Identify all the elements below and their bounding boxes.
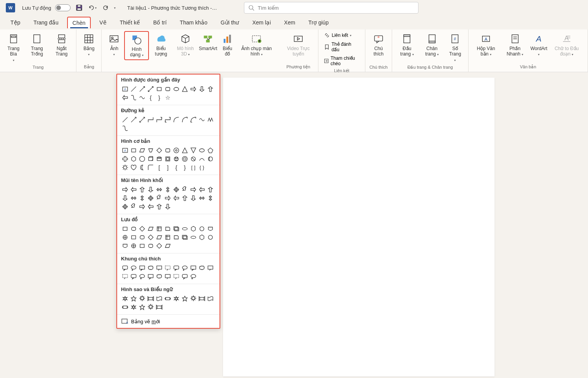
header-button[interactable]: Đầu trang ▾ <box>395 31 419 59</box>
shape-item[interactable] <box>121 94 129 102</box>
shape-item[interactable] <box>164 186 172 194</box>
shape-item[interactable] <box>206 116 214 124</box>
shape-item[interactable] <box>155 155 163 163</box>
tab-references[interactable]: Tham khảo <box>175 17 212 28</box>
shape-item[interactable] <box>138 186 146 194</box>
shape-item[interactable] <box>198 146 206 154</box>
shape-item[interactable] <box>138 272 146 281</box>
search-box[interactable] <box>244 2 419 14</box>
shape-item[interactable] <box>206 85 214 93</box>
shape-item[interactable] <box>172 186 180 194</box>
tab-review[interactable]: Xem lại <box>247 17 275 28</box>
shape-item[interactable] <box>181 186 189 194</box>
shape-item[interactable] <box>138 225 146 233</box>
shape-item[interactable] <box>121 242 129 250</box>
shape-item[interactable] <box>147 194 155 202</box>
shape-item[interactable] <box>172 194 180 202</box>
shape-item[interactable] <box>121 155 129 163</box>
shape-item[interactable] <box>147 272 155 281</box>
shape-item[interactable] <box>172 85 180 93</box>
shape-item[interactable] <box>130 85 138 93</box>
shape-item[interactable] <box>172 233 180 241</box>
tab-home[interactable]: Trang đầu <box>29 17 63 28</box>
tab-file[interactable]: Tệp <box>6 17 25 28</box>
shape-item[interactable] <box>181 264 189 272</box>
shape-item[interactable] <box>121 194 129 202</box>
wordart-button[interactable]: AWordArt▾ <box>529 31 548 59</box>
shape-item[interactable] <box>130 203 138 211</box>
tab-help[interactable]: Trợ giúp <box>304 17 333 28</box>
shape-item[interactable] <box>121 264 129 272</box>
blank-page-button[interactable]: Trang Trống <box>24 31 49 59</box>
shape-item[interactable] <box>138 303 146 311</box>
shape-item[interactable] <box>147 146 155 154</box>
shape-item[interactable] <box>181 155 189 163</box>
shape-item[interactable]: A <box>121 85 129 93</box>
online-video-button[interactable]: Video Trực tuyến <box>282 31 315 59</box>
shape-item[interactable] <box>189 264 197 272</box>
shape-item[interactable] <box>172 155 180 163</box>
cover-page-button[interactable]: Trang Bìa▾ <box>3 31 24 64</box>
shape-item[interactable] <box>130 225 138 233</box>
shape-item[interactable]: { } <box>198 163 206 172</box>
shape-item[interactable] <box>155 233 163 241</box>
shape-item[interactable] <box>155 225 163 233</box>
bookmark-button[interactable]: Thẻ đánh dấu <box>322 40 361 54</box>
shape-item[interactable] <box>172 295 180 303</box>
shape-item[interactable] <box>138 242 146 250</box>
shape-item[interactable] <box>155 272 163 281</box>
icons-button[interactable]: Biểu tượng <box>150 31 172 59</box>
smartart-button[interactable]: SmartArt <box>199 31 217 53</box>
shape-item[interactable] <box>164 295 172 303</box>
shape-item[interactable] <box>189 186 197 194</box>
shape-item[interactable] <box>181 85 189 93</box>
tab-design[interactable]: Thiết kế <box>115 17 145 28</box>
shape-item[interactable] <box>164 194 172 202</box>
shape-item[interactable] <box>189 85 197 93</box>
shape-item[interactable] <box>121 163 129 172</box>
shape-item[interactable] <box>206 194 214 202</box>
shape-item[interactable] <box>198 225 206 233</box>
shape-item[interactable] <box>138 116 146 124</box>
shape-item[interactable] <box>206 264 214 272</box>
shape-item[interactable] <box>147 155 155 163</box>
shape-item[interactable] <box>147 203 155 211</box>
shape-item[interactable] <box>138 85 146 93</box>
shape-item[interactable] <box>155 194 163 202</box>
shape-item[interactable] <box>172 146 180 154</box>
save-button[interactable] <box>74 3 84 12</box>
shape-item[interactable] <box>147 264 155 272</box>
shape-item[interactable] <box>121 233 129 241</box>
page-break-button[interactable]: Ngắt Trang <box>50 31 73 59</box>
shape-item[interactable] <box>189 116 197 124</box>
shape-item[interactable] <box>164 264 172 272</box>
new-drawing-canvas[interactable]: A Bảng vẽ mới <box>117 315 220 328</box>
shape-item[interactable] <box>189 155 197 163</box>
shape-item[interactable]: { <box>172 163 180 172</box>
page-number-button[interactable]: #Số Trang▾ <box>445 31 465 64</box>
shape-item[interactable] <box>198 295 206 303</box>
shape-item[interactable] <box>206 233 214 241</box>
tab-layout[interactable]: Bố trí <box>149 17 171 28</box>
shape-item[interactable] <box>172 272 180 281</box>
shape-item[interactable] <box>155 242 163 250</box>
shape-item[interactable] <box>164 146 172 154</box>
shape-item[interactable] <box>206 186 214 194</box>
shape-item[interactable] <box>130 194 138 202</box>
shape-item[interactable] <box>121 272 129 281</box>
shape-item[interactable] <box>121 186 129 194</box>
shape-item[interactable] <box>189 194 197 202</box>
chart-button[interactable]: Biểu đồ <box>218 31 237 59</box>
shape-item[interactable] <box>138 146 146 154</box>
shape-item[interactable] <box>172 264 180 272</box>
shape-item[interactable] <box>130 295 138 303</box>
shape-item[interactable] <box>206 155 214 163</box>
shape-item[interactable] <box>147 85 155 93</box>
textbox-button[interactable]: AHộp Văn bản ▾ <box>472 31 500 59</box>
shape-item[interactable] <box>147 303 155 311</box>
shape-item[interactable] <box>130 186 138 194</box>
link-button[interactable]: Liên kết ▾ <box>322 31 361 40</box>
crossref-button[interactable]: Tham chiếu chéo <box>322 54 361 68</box>
shape-item[interactable] <box>147 233 155 241</box>
shape-item[interactable] <box>155 85 163 93</box>
